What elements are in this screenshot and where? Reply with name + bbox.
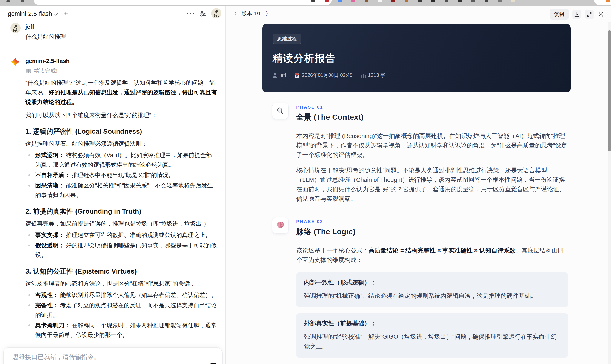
model-selector[interactable]: gemini-2.5-flash	[8, 10, 52, 17]
extension-icons[interactable]	[311, 0, 515, 3]
artifact-panel: 〈 版本 1/1 〉 复制	[226, 6, 611, 364]
avatar-figure-icon	[10, 23, 21, 33]
report-hero-card: 思维过程 精读分析报告 jeff 17	[262, 24, 571, 92]
logic-card-text: 强调推理的“经验校准”。解决"GIGO（垃圾进，垃圾出）"问题，确保推理引擎运行…	[304, 332, 560, 351]
report-title: 精读分析报告	[273, 52, 560, 65]
assistant-message: gemini-2.5-flash 精读完成! “什么是好的推理？”这是一个涉及逻…	[11, 57, 217, 364]
chat-bullet: 不自相矛盾： 推理链条中不能出现“既是又非”的情况。	[25, 170, 217, 180]
meta-author: jeff	[273, 72, 286, 78]
version-next-button[interactable]: 〉	[266, 10, 271, 17]
assistant-intro: “什么是好的推理？”这是一个涉及逻辑学、认知科学和哲学核心的问题。简单来说，好的…	[25, 78, 217, 107]
expand-button[interactable]	[585, 10, 594, 19]
assistant-message-author: gemini-2.5-flash	[25, 57, 217, 65]
browser-apps-icon[interactable]	[21, 0, 24, 2]
chat-section-heading: 2. 前提的真实性 (Grounding in Truth)	[25, 207, 217, 216]
magnifier-icon	[276, 107, 285, 115]
chat-section-heading: 3. 认知的公正性 (Epistemic Virtues)	[25, 267, 217, 276]
chat-bullet-term: 不自相矛盾：	[35, 172, 72, 178]
copy-button[interactable]: 复制	[549, 9, 569, 20]
calendar-icon: 17	[294, 73, 300, 78]
chat-bullet-list: 事实支撑： 推理建立在可靠的数据、准确的观测或公认的真理之上。假设透明： 好的推…	[25, 230, 217, 260]
chat-message-list[interactable]: jeff 什么是好的推理 gemini-2.5-flash	[0, 22, 225, 364]
expand-icon	[586, 12, 592, 17]
browser-toolbar	[0, 0, 611, 6]
phase-paragraph: 本内容是对“推理 (Reasoning)”这一抽象概念的高层建模。在知识爆炸与人…	[296, 131, 568, 160]
logic-card-title: 内部一致性（形式逻辑）：	[304, 278, 560, 287]
settings-sliders-icon[interactable]	[199, 10, 206, 17]
hero-badge: 思维过程	[273, 34, 301, 44]
chat-bullet-list: 客观性： 能够识别并尽量排除个人偏见（如幸存者偏差、确认偏差）。完备性： 考虑了…	[25, 290, 217, 340]
logic-dimension-card: 外部真实性（前提基础）：强调推理的“经验校准”。解决"GIGO（垃圾进，垃圾出）…	[296, 313, 568, 358]
chat-bullet: 假设透明： 好的推理会明确指明哪些是已知事实，哪些是基于可能的假设。	[25, 241, 217, 260]
bar-chart-icon	[361, 73, 366, 78]
phase-icon-card	[272, 217, 289, 234]
assistant-lead: 我们可以从以下四个维度来衡量什么是“好的推理”：	[25, 110, 217, 120]
scrollbar-thumb[interactable]	[608, 30, 611, 152]
chat-bullet: 奥卡姆剃刀： 在解释同一个现象时，如果两种推理都能站得住脚，通常倾向于最简单、假…	[25, 321, 217, 340]
user-message-avatar	[10, 23, 21, 33]
chat-section-intro: 这涉及推理者的心态和方法论，也是区分“杠精”和“思想家”的关键：	[25, 279, 217, 289]
phase-title: 全景 (The Context)	[296, 112, 568, 122]
chat-bullet-term: 假设透明：	[35, 242, 66, 249]
logic-card-title: 外部真实性（前提基础）：	[304, 319, 560, 327]
close-artifact-button[interactable]	[597, 12, 605, 17]
address-bar[interactable]	[34, 0, 332, 5]
composer[interactable]: 思维接口已就绪，请传输指令。	[3, 347, 223, 364]
user-message: jeff 什么是好的推理	[11, 23, 217, 41]
model-name: gemini-2.5-flash	[8, 10, 52, 17]
assistant-sections: 1. 逻辑的严密性 (Logical Soundness)这是推理的基石。好的推…	[25, 127, 217, 364]
chat-bullet-term: 因果清晰：	[35, 182, 66, 189]
assistant-status: 精读完成!	[25, 67, 217, 75]
phase-lead-text: 该论述基于一个核心公式：	[296, 247, 369, 254]
logic-card-text: 强调推理的“机械正确”。结论必须在给定的规则系统内逻辑自洽，这是推理的硬件基础。	[304, 291, 560, 301]
phase-lead-formula: 高质量结论 = 结构完整性 × 事实准确性 × 认知自律系数	[369, 247, 516, 254]
chat-header: gemini-2.5-flash + ···	[0, 6, 225, 22]
chat-bullet-text: 考虑了对立的观点和潜在的反证，而不是只选择支持自己结论的证据。	[35, 302, 217, 318]
person-icon	[273, 73, 277, 78]
artifact-document[interactable]: 思维过程 精读分析报告 jeff 17	[226, 22, 608, 364]
user-message-author: jeff	[25, 23, 217, 30]
artifact-scrollbar[interactable]	[608, 22, 611, 364]
gemini-star-icon	[10, 56, 21, 67]
phase-label: PHASE 01	[296, 104, 568, 110]
report-meta: jeff 17 2026年01月08日 02:45	[273, 72, 560, 79]
chat-section-heading: 1. 逻辑的严密性 (Logical Soundness)	[25, 127, 217, 136]
close-icon	[598, 12, 604, 17]
version-label: 版本 1/1	[241, 10, 261, 17]
chat-bullet: 事实支撑： 推理建立在可靠的数据、准确的观测或公认的真理之上。	[25, 230, 217, 240]
chat-bullet-term: 完备性：	[35, 302, 60, 309]
meta-date: 17 2026年01月08日 02:45	[294, 72, 352, 79]
phase-lead: 该论述基于一个核心公式：高质量结论 = 结构完整性 × 事实准确性 × 认知自律…	[296, 246, 568, 265]
browser-reload-icon[interactable]	[6, 0, 10, 2]
chat-bullet-term: 形式逻辑：	[35, 152, 66, 158]
download-button[interactable]	[572, 10, 581, 19]
svg-text:17: 17	[296, 75, 299, 78]
version-navigator: 〈 版本 1/1 〉	[232, 10, 271, 17]
new-chat-button[interactable]: +	[64, 10, 68, 18]
chat-bullet-term: 客观性：	[35, 292, 60, 298]
chat-bullet-term: 奥卡姆剃刀：	[35, 322, 72, 328]
chat-bullet-text: 能够识别并尽量排除个人偏见（如幸存者偏差、确认偏差）。	[60, 292, 217, 298]
voice-input-button[interactable]	[207, 363, 220, 364]
logic-dimension-card: 内部一致性（形式逻辑）：强调推理的“机械正确”。结论必须在给定的规则系统内逻辑自…	[296, 273, 568, 307]
phase-paragraph: 核心情境在于解决“思考的随意性”问题。不论是人类通过批判性思维进行决策，还是大语…	[296, 166, 568, 204]
screen: gemini-2.5-flash + ···	[0, 0, 611, 364]
chevron-down-icon[interactable]	[53, 13, 58, 16]
download-icon	[574, 12, 579, 17]
chat-bullet: 因果清晰： 能准确区分“相关性”和“因果关系”，不会轻率地将先后发生的事情归为因…	[25, 181, 217, 200]
chat-bullet: 形式逻辑： 结构必须有效（Valid）。比如演绎推理中，如果前提全部为真，那么通…	[25, 150, 217, 170]
chat-panel: gemini-2.5-flash + ···	[0, 6, 225, 364]
meta-word-count: 1213 字	[361, 72, 385, 79]
user-message-text: 什么是好的推理	[25, 32, 217, 41]
version-prev-button[interactable]: 〈	[232, 10, 237, 17]
chat-bullet: 客观性： 能够识别并尽量排除个人偏见（如幸存者偏差、确认偏差）。	[25, 290, 217, 300]
chat-section-intro: 逻辑再完美，如果前提是错误的，推理也是垃圾（即“垃圾进，垃圾出”）。	[25, 219, 217, 229]
phase-section: PHASE 02脉络 (The Logic)该论述基于一个核心公式：高质量结论 …	[272, 219, 568, 364]
panel-divider	[225, 6, 226, 364]
more-options-button[interactable]: ···	[186, 9, 195, 17]
book-icon	[25, 68, 31, 74]
brain-icon	[276, 221, 285, 229]
phase-title: 脉络 (The Logic)	[296, 227, 568, 237]
chat-bullet-text: 推理建立在可靠的数据、准确的观测或公认的真理之上。	[66, 232, 211, 238]
user-avatar[interactable]	[211, 8, 221, 18]
